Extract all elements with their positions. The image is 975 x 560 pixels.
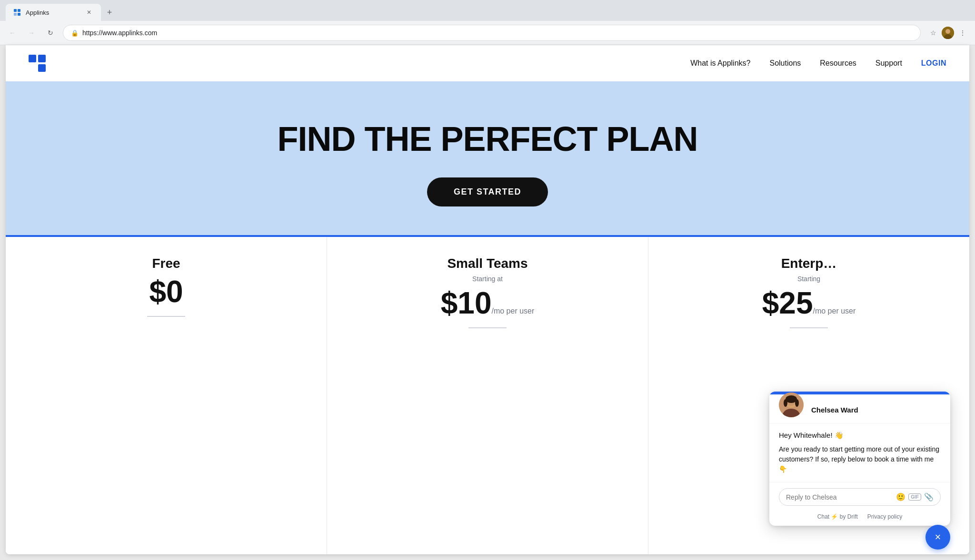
svg-point-1 [945, 29, 950, 34]
chat-greeting: Hey Whitewhale! 👋 [779, 431, 941, 440]
browser-actions: ☆ ⋮ [926, 26, 969, 39]
nav-login[interactable]: LOGIN [921, 59, 946, 68]
chat-footer: Chat ⚡ by Drift Privacy policy [769, 510, 950, 526]
chat-close-button[interactable]: × [925, 525, 950, 550]
reload-button[interactable]: ↻ [44, 26, 57, 39]
pricing-small-teams-starting: Starting at [472, 275, 503, 283]
pricing-small-teams: Small Teams Starting at $10/mo per user [327, 237, 648, 554]
lock-icon: 🔒 [71, 29, 79, 37]
chat-widget: Chelsea Ward Hey Whitewhale! 👋 Are you r… [769, 392, 950, 526]
pricing-free: Free $0 [6, 237, 327, 554]
forward-button[interactable]: → [25, 26, 38, 39]
pricing-free-divider [147, 316, 185, 317]
tab-favicon [13, 9, 21, 16]
active-tab[interactable]: Applinks ✕ [6, 4, 101, 21]
nav-what-is-applinks[interactable]: What is Applinks? [690, 59, 750, 68]
pricing-enterprise-tier: Enterp… [781, 256, 837, 271]
pricing-enterprise-divider [790, 327, 828, 328]
website-content: What is Applinks? Solutions Resources Su… [6, 45, 969, 554]
chat-message: Are you ready to start getting more out … [779, 444, 941, 474]
hero-title: FIND THE PERFECT PLAN [277, 119, 697, 158]
chat-input-icons: 🙂 GIF 📎 [896, 492, 934, 501]
url-bar[interactable]: 🔒 https://www.applinks.com [63, 25, 921, 41]
browser-chrome: Applinks ✕ + ← → ↻ 🔒 https://www.applink… [0, 0, 975, 45]
pricing-enterprise-starting: Starting [797, 275, 820, 283]
privacy-policy-link[interactable]: Privacy policy [867, 513, 902, 520]
menu-button[interactable]: ⋮ [956, 26, 969, 39]
site-logo [29, 55, 46, 72]
pricing-enterprise-price: $25/mo per user [762, 286, 856, 320]
close-icon: × [935, 531, 941, 543]
emoji-icon[interactable]: 🙂 [896, 492, 905, 501]
bookmarks-button[interactable]: ☆ [926, 26, 940, 39]
site-nav-links: What is Applinks? Solutions Resources Su… [690, 59, 946, 68]
url-text: https://www.applinks.com [82, 29, 913, 37]
back-button[interactable]: ← [6, 26, 19, 39]
chat-input-wrapper: 🙂 GIF 📎 [779, 488, 941, 506]
tab-bar: Applinks ✕ + [0, 0, 975, 21]
chat-input-area: 🙂 GIF 📎 [769, 482, 950, 510]
new-tab-button[interactable]: + [103, 6, 116, 19]
chat-body: Hey Whitewhale! 👋 Are you ready to start… [769, 423, 950, 482]
address-bar: ← → ↻ 🔒 https://www.applinks.com ☆ ⋮ [0, 21, 975, 45]
site-nav: What is Applinks? Solutions Resources Su… [6, 45, 969, 81]
pricing-free-price: $0 [149, 275, 183, 308]
nav-resources[interactable]: Resources [820, 59, 856, 68]
hero-section: FIND THE PERFECT PLAN GET STARTED [6, 81, 969, 235]
chat-reply-input[interactable] [786, 493, 892, 501]
pricing-small-teams-tier: Small Teams [447, 256, 527, 271]
chat-avatar [779, 393, 804, 417]
svg-point-9 [795, 399, 799, 407]
nav-support[interactable]: Support [876, 59, 902, 68]
gif-button[interactable]: GIF [908, 493, 921, 501]
get-started-button[interactable]: GET STARTED [427, 177, 548, 206]
user-avatar[interactable] [942, 27, 954, 39]
chat-agent-name: Chelsea Ward [811, 406, 858, 414]
pricing-free-tier: Free [152, 256, 180, 271]
svg-point-8 [784, 399, 787, 407]
tab-title: Applinks [26, 9, 80, 16]
pricing-small-teams-divider [468, 327, 507, 328]
tab-close-button[interactable]: ✕ [85, 8, 93, 17]
chat-agent-info: Chelsea Ward [769, 394, 950, 423]
nav-solutions[interactable]: Solutions [769, 59, 801, 68]
chat-powered-by: Chat ⚡ by Drift [817, 513, 858, 520]
pricing-small-teams-price: $10/mo per user [441, 286, 535, 320]
attachment-icon[interactable]: 📎 [924, 492, 934, 501]
